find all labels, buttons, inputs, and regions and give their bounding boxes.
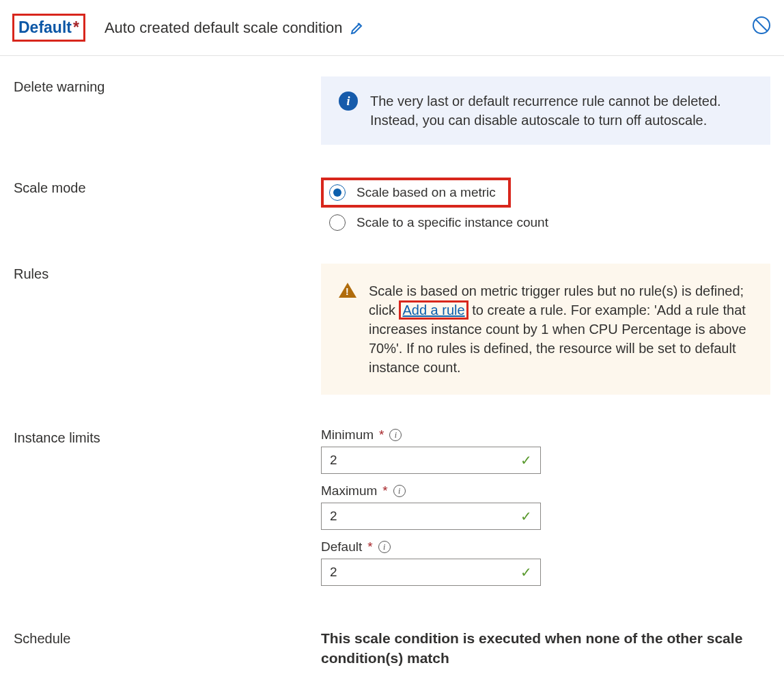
check-icon: ✓ (520, 564, 532, 580)
required-asterisk: * (379, 427, 384, 442)
label-scale-mode: Scale mode (14, 178, 321, 196)
minimum-input[interactable]: 2 ✓ (321, 447, 541, 474)
row-schedule: Schedule This scale condition is execute… (14, 628, 770, 669)
required-asterisk: * (367, 539, 372, 554)
delete-disabled-icon (751, 15, 772, 36)
info-alert: i The very last or default recurrence ru… (321, 76, 770, 145)
radio-instance-label: Scale to a specific instance count (356, 215, 548, 230)
delete-warning-text: The very last or default recurrence rule… (370, 92, 753, 130)
maximum-label: Maximum (321, 483, 377, 498)
header: Default* Auto created default scale cond… (0, 0, 784, 56)
info-icon: i (339, 92, 358, 111)
edit-icon[interactable] (349, 20, 365, 36)
maximum-label-row: Maximum * i (321, 483, 770, 498)
condition-name: Auto created default scale condition (104, 19, 343, 37)
warning-alert: Scale is based on metric trigger rules b… (321, 264, 770, 395)
schedule-text: This scale condition is executed when no… (321, 628, 770, 669)
default-label-row: Default * i (321, 539, 770, 554)
radio-metric-label: Scale based on a metric (356, 185, 496, 200)
info-icon[interactable]: i (393, 485, 406, 497)
required-asterisk: * (73, 18, 79, 37)
rules-warning-text: Scale is based on metric trigger rules b… (369, 281, 753, 377)
row-delete-warning: Delete warning i The very last or defaul… (14, 76, 770, 145)
radio-instance[interactable] (329, 214, 346, 231)
label-instance-limits: Instance limits (14, 427, 321, 446)
radio-metric-container[interactable]: Scale based on a metric (321, 178, 511, 208)
default-input[interactable]: 2 ✓ (321, 559, 541, 586)
info-icon[interactable]: i (378, 541, 391, 553)
minimum-value: 2 (330, 453, 337, 468)
maximum-input[interactable]: 2 ✓ (321, 503, 541, 530)
check-icon: ✓ (520, 452, 532, 468)
label-delete-warning: Delete warning (14, 76, 321, 95)
info-icon[interactable]: i (389, 429, 402, 441)
minimum-label-row: Minimum * i (321, 427, 770, 442)
check-icon: ✓ (520, 508, 532, 524)
warning-icon (339, 283, 356, 298)
row-rules: Rules Scale is based on metric trigger r… (14, 264, 770, 395)
tab-default-label: Default (18, 18, 72, 37)
tab-default[interactable]: Default* (12, 14, 85, 42)
add-rule-link[interactable]: Add a rule (402, 303, 464, 318)
required-asterisk: * (382, 483, 387, 498)
label-rules: Rules (14, 264, 321, 282)
row-instance-limits: Instance limits Minimum * i 2 ✓ Maximum … (14, 427, 770, 595)
radio-metric[interactable] (329, 184, 346, 201)
default-value: 2 (330, 565, 337, 580)
default-label: Default (321, 539, 362, 554)
minimum-label: Minimum (321, 427, 374, 442)
row-scale-mode: Scale mode Scale based on a metric Scale… (14, 178, 770, 240)
maximum-value: 2 (330, 509, 337, 524)
radio-instance-container[interactable]: Scale to a specific instance count (321, 214, 770, 231)
svg-line-1 (756, 20, 767, 31)
label-schedule: Schedule (14, 628, 321, 647)
